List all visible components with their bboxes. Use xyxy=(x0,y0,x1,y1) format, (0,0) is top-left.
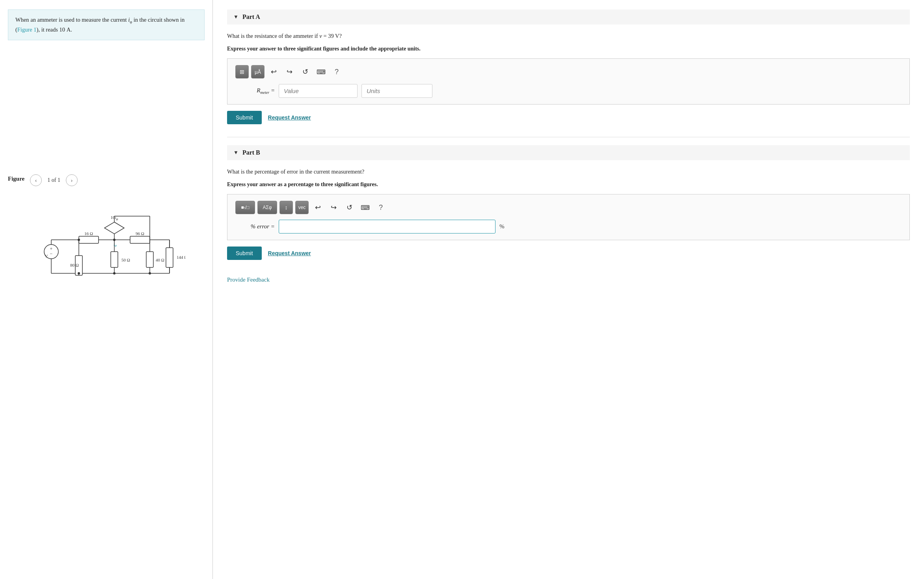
part-b-keyboard-btn[interactable]: ⌨ xyxy=(358,201,372,214)
reset-btn[interactable]: ↺ xyxy=(298,65,312,78)
part-a-submit-btn[interactable]: Submit xyxy=(227,111,262,124)
svg-rect-28 xyxy=(111,252,118,267)
part-b-arrow-btn[interactable]: ↕ xyxy=(279,201,293,214)
part-b-toolbar: ■√□ AΣφ ↕ vec ↩ ↪ ↺ ⌨ ? xyxy=(235,201,902,214)
part-b-express: Express your answer as a percentage to t… xyxy=(227,180,910,189)
part-a-toolbar: ⊞ μÅ ↩ ↪ ↺ ⌨ ? xyxy=(235,65,902,78)
part-a-question: What is the resistance of the ammeter if… xyxy=(227,32,910,41)
part-a-title: Part A xyxy=(242,13,260,21)
part-b-redo-btn[interactable]: ↪ xyxy=(327,201,340,214)
part-b-request-answer-link[interactable]: Request Answer xyxy=(268,250,311,256)
problem-statement: When an ammeter is used to measure the c… xyxy=(8,9,205,40)
part-a-label: Rmeter = xyxy=(235,87,275,95)
svg-rect-33 xyxy=(146,252,153,267)
svg-text:16 Ω: 16 Ω xyxy=(84,231,93,236)
part-b-section: ▼ Part B What is the percentage of error… xyxy=(227,145,910,260)
part-b-input-row: % error = % xyxy=(235,220,902,233)
part-a-section: ▼ Part A What is the resistance of the a… xyxy=(227,9,910,124)
circuit-svg: + − V 16 Ω 80 Ω xyxy=(28,200,185,287)
svg-text:iφ: iφ xyxy=(114,242,117,247)
figure-link[interactable]: Figure 1 xyxy=(17,26,37,33)
figure-prev-btn[interactable]: ‹ xyxy=(30,174,42,186)
figure-count: 1 of 1 xyxy=(47,177,60,183)
svg-text:144 Ω: 144 Ω xyxy=(177,255,185,260)
svg-rect-16 xyxy=(130,236,150,243)
part-a-units-input[interactable] xyxy=(361,84,432,98)
svg-text:50 Ω: 50 Ω xyxy=(121,258,130,262)
problem-text: When an ammeter is used to measure the c… xyxy=(15,17,184,33)
part-b-collapse-icon: ▼ xyxy=(233,149,238,156)
part-a-express: Express your answer to three significant… xyxy=(227,45,910,53)
part-b-percent-input[interactable] xyxy=(279,220,496,233)
part-a-value-input[interactable] xyxy=(279,84,358,98)
part-a-request-answer-link[interactable]: Request Answer xyxy=(268,114,311,121)
part-b-answer-box: ■√□ AΣφ ↕ vec ↩ ↪ ↺ ⌨ ? % error = % xyxy=(227,194,910,240)
part-b-symbol-btn[interactable]: AΣφ xyxy=(257,201,277,214)
right-panel: ▼ Part A What is the resistance of the a… xyxy=(213,0,924,579)
svg-rect-36 xyxy=(166,248,173,267)
part-a-action-row: Submit Request Answer xyxy=(227,111,910,124)
svg-text:80 Ω: 80 Ω xyxy=(70,263,79,267)
svg-point-42 xyxy=(149,272,151,275)
part-b-label: % error = xyxy=(235,223,275,230)
circuit-diagram: + − V 16 Ω 80 Ω xyxy=(8,192,205,295)
part-a-answer-box: ⊞ μÅ ↩ ↪ ↺ ⌨ ? Rmeter = xyxy=(227,58,910,105)
part-b-question: What is the percentage of error in the c… xyxy=(227,167,910,176)
svg-text:−: − xyxy=(50,251,52,256)
units-btn[interactable]: μÅ xyxy=(251,65,265,78)
part-b-title: Part B xyxy=(242,149,260,156)
part-b-reset-btn[interactable]: ↺ xyxy=(343,201,356,214)
part-b-help-btn[interactable]: ? xyxy=(374,201,387,214)
feedback-section: Provide Feedback xyxy=(227,273,910,283)
figure-next-btn[interactable]: › xyxy=(66,174,78,186)
redo-btn[interactable]: ↪ xyxy=(283,65,296,78)
part-a-input-row: Rmeter = xyxy=(235,84,902,98)
left-panel: When an ammeter is used to measure the c… xyxy=(0,0,213,579)
part-b-matrix-btn[interactable]: ■√□ xyxy=(235,201,255,214)
undo-btn[interactable]: ↩ xyxy=(267,65,280,78)
figure-header: Figure ‹ 1 of 1 › xyxy=(8,174,205,186)
svg-text:40 Ω: 40 Ω xyxy=(156,258,164,262)
part-b-undo-btn[interactable]: ↩ xyxy=(311,201,324,214)
part-b-submit-btn[interactable]: Submit xyxy=(227,247,262,260)
part-b-percent-suffix: % xyxy=(499,223,505,230)
figure-label: Figure xyxy=(8,176,24,182)
help-btn[interactable]: ? xyxy=(330,65,343,78)
svg-marker-21 xyxy=(104,222,124,234)
matrix-btn[interactable]: ⊞ xyxy=(235,65,249,78)
part-b-action-row: Submit Request Answer xyxy=(227,247,910,260)
part-a-collapse-icon: ▼ xyxy=(233,14,238,20)
svg-text:96 Ω: 96 Ω xyxy=(136,231,144,236)
part-b-vec-btn[interactable]: vec xyxy=(295,201,309,214)
svg-point-40 xyxy=(78,272,80,275)
keyboard-btn[interactable]: ⌨ xyxy=(314,65,328,78)
svg-rect-7 xyxy=(79,236,99,243)
part-b-header[interactable]: ▼ Part B xyxy=(227,145,910,160)
svg-point-41 xyxy=(113,272,116,275)
part-separator xyxy=(227,137,910,137)
part-a-header[interactable]: ▼ Part A xyxy=(227,9,910,24)
figure-section: Figure ‹ 1 of 1 › + − V 16 xyxy=(8,174,205,295)
provide-feedback-link[interactable]: Provide Feedback xyxy=(227,276,270,283)
